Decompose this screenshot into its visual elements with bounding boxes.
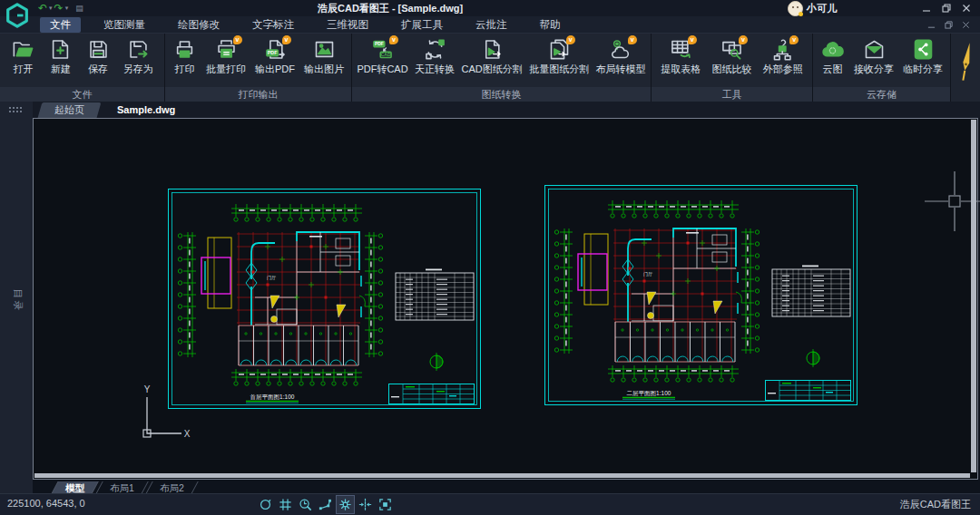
restore-button[interactable] <box>936 0 956 15</box>
export-image-button[interactable]: 输出图片 <box>302 36 346 77</box>
split-drawing-button[interactable]: CAD图纸分割 <box>460 36 524 77</box>
open-icon <box>11 37 35 62</box>
temp-share-icon <box>911 37 936 62</box>
menu-item-extend-tools[interactable]: 扩展工具 <box>391 17 453 33</box>
undo-icon[interactable]: ↶ <box>38 2 47 15</box>
batch-print-button[interactable]: v批量打印 <box>204 36 248 77</box>
ribbon-group-label-tools: 工具 <box>652 87 812 102</box>
menu-item-file[interactable]: 文件 <box>40 17 81 33</box>
doc-tab-label: 起始页 <box>54 102 84 118</box>
title-bar: ↶ ▾ ↷ ▾ ▤ 浩辰CAD看图王 - [Sample.dwg] 小可儿 <box>0 0 980 16</box>
quick-access-toolbar: ↶ ▾ ↷ ▾ ▤ <box>38 1 83 15</box>
horizontal-scrollbar[interactable] <box>34 473 970 478</box>
layout-to-model-icon: v <box>609 37 633 62</box>
layout-tab-layout1[interactable]: 布局1 <box>95 481 148 494</box>
layout-tab-label: 布局1 <box>110 481 134 494</box>
redo-icon[interactable]: ↷ <box>54 2 64 15</box>
tangent-convert-icon <box>423 37 447 62</box>
status-toggle-icons <box>257 496 394 513</box>
doc-tab-sample-dwg[interactable]: Sample.dwg <box>101 102 192 118</box>
save-button[interactable]: 保存 <box>84 36 113 77</box>
layout-tab-bar: 模型布局1布局2 <box>33 480 980 494</box>
new-button[interactable]: 新建 <box>46 36 74 77</box>
vertical-scrollbar-thumb[interactable] <box>971 120 976 472</box>
vertical-scrollbar[interactable] <box>971 120 976 472</box>
vip-badge-icon: v <box>282 35 291 44</box>
redo-dropdown-icon[interactable]: ▾ <box>65 5 69 12</box>
batch-split-icon: v <box>547 37 572 62</box>
cloud-drawing-button[interactable]: 云图 <box>818 36 847 77</box>
customize-toolbar-icon[interactable]: ▤ <box>75 4 83 13</box>
ribbon-toolbar: 打开新建保存另存为文件打印v批量打印PDFv输出PDF输出图片打印输出PDFCA… <box>0 34 980 102</box>
vip-badge-icon: v <box>739 35 748 44</box>
batch-split-button[interactable]: v批量图纸分割 <box>527 36 591 77</box>
vip-badge-icon: v <box>566 35 575 44</box>
menu-item-view-measure[interactable]: 览图测量 <box>93 17 155 33</box>
cursor-coordinates: 225100, 64543, 0 <box>7 498 85 509</box>
grid-toggle-icon[interactable] <box>277 496 294 513</box>
zoom-time-toggle-icon[interactable] <box>297 496 314 513</box>
vip-badge-icon: v <box>389 35 398 44</box>
flip-toggle-icon[interactable] <box>357 496 374 513</box>
layout-tab-layout2[interactable]: 布局2 <box>145 481 198 494</box>
room-label: 门厅 <box>267 275 276 280</box>
external-reference-button[interactable]: v外部参照 <box>761 36 805 77</box>
compare-drawings-button[interactable]: v图纸比较 <box>710 36 754 77</box>
export-pdf-icon: PDFv <box>263 37 288 62</box>
minimize-button[interactable] <box>916 0 936 15</box>
snap-mark-toggle-icon[interactable] <box>337 496 354 513</box>
drawing-sheet-2: 门厅二层平面图1:100 <box>544 184 858 406</box>
orbit-toggle-icon[interactable] <box>257 496 274 513</box>
menu-item-text-annotate[interactable]: 文字标注 <box>242 17 304 33</box>
batch-print-icon: v <box>214 37 239 62</box>
doc-minimize-button[interactable] <box>923 18 940 31</box>
document-window-controls <box>923 18 975 31</box>
ribbon-group-label-cloud-storage: 云存储 <box>813 87 950 102</box>
ribbon-group-cloud-storage: 云图接收分享临时分享云存储 <box>813 34 951 102</box>
panel-dock-icon[interactable] <box>8 106 24 112</box>
layout-tab-label: 模型 <box>65 481 84 494</box>
doc-restore-button[interactable] <box>940 18 957 31</box>
receive-share-button[interactable]: 接收分享 <box>852 36 896 77</box>
menu-item-3d-view[interactable]: 三维视图 <box>317 17 378 33</box>
doc-close-button[interactable] <box>957 18 975 31</box>
vip-badge-icon: v <box>233 35 242 44</box>
user-name: 小可儿 <box>807 2 837 15</box>
extract-table-icon: v <box>669 37 693 62</box>
menu-item-cloud-annotate[interactable]: 云批注 <box>466 17 517 33</box>
layout-tab-label: 布局2 <box>160 481 184 494</box>
user-avatar <box>788 1 803 16</box>
extract-table-button[interactable]: v提取表格 <box>659 36 702 77</box>
ribbon-group-print-output: 打印v批量打印PDFv输出PDF输出图片打印输出 <box>165 34 352 102</box>
drawing-title: 二层平面图1:100 <box>627 390 671 396</box>
window-controls <box>916 0 976 15</box>
doc-tab-start-page[interactable]: 起始页 <box>38 102 102 118</box>
menu-bar: 文件览图测量绘图修改文字标注三维视图扩展工具云批注帮助 <box>0 16 980 34</box>
close-button[interactable] <box>956 0 976 15</box>
horizontal-scrollbar-thumb[interactable] <box>34 473 970 478</box>
temp-share-button[interactable]: 临时分享 <box>901 36 945 77</box>
ribbon-group-label-print-output: 打印输出 <box>165 87 351 102</box>
receive-share-icon <box>862 37 887 62</box>
tangent-convert-button[interactable]: 天正转换 <box>413 36 456 77</box>
print-button[interactable]: 打印 <box>171 36 199 77</box>
menu-item-draw-modify[interactable]: 绘图修改 <box>168 17 230 33</box>
open-button[interactable]: 打开 <box>9 36 37 77</box>
undo-dropdown-icon[interactable]: ▾ <box>49 5 53 12</box>
status-brand-text: 浩辰CAD看图王 <box>900 498 971 511</box>
zoom-extents-toggle-icon[interactable] <box>377 496 394 513</box>
vip-badge-icon: v <box>789 35 799 44</box>
save-as-button[interactable]: 另存为 <box>122 36 155 77</box>
left-sidebar: 目录 <box>0 102 34 494</box>
vip-badge-icon: v <box>628 35 637 44</box>
layout-to-model-button[interactable]: v布局转模型 <box>594 36 648 77</box>
pdf-to-cad-button[interactable]: PDFCADvPDF转CAD <box>355 36 409 77</box>
user-account[interactable]: 小可儿 <box>788 1 837 16</box>
export-pdf-button[interactable]: PDFv输出PDF <box>253 36 297 77</box>
signature-pen-icon[interactable] <box>953 39 980 83</box>
drawing-canvas[interactable]: 门厅首层平面图1:100 门厅二层平面图1:100 Y X <box>33 118 978 480</box>
menu-item-help[interactable]: 帮助 <box>530 17 571 33</box>
polyline-toggle-icon[interactable] <box>317 496 334 513</box>
layout-tab-model[interactable]: 模型 <box>51 481 98 494</box>
sidebar-panel-tab[interactable]: 目录 <box>11 289 24 313</box>
